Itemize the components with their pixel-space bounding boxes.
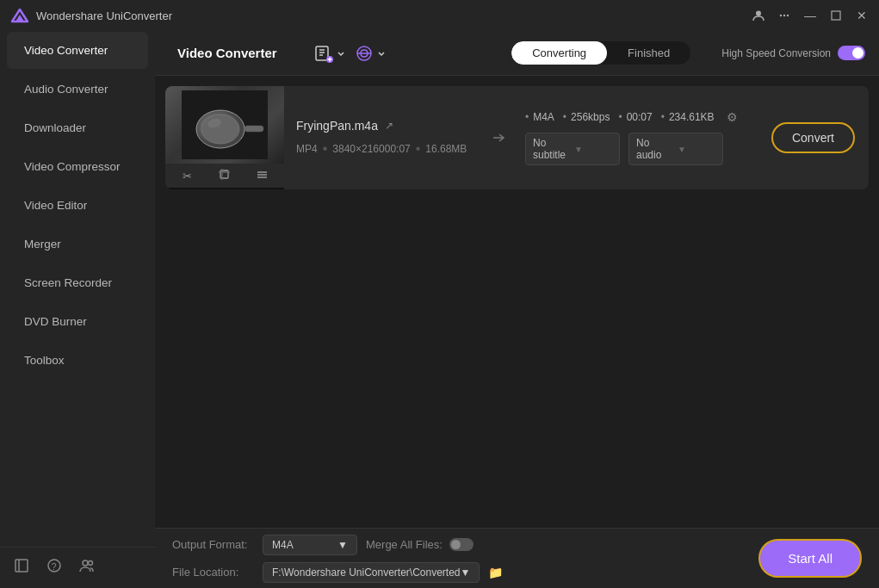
external-link-icon[interactable]: ↗ <box>385 120 393 132</box>
sidebar-item-downloader[interactable]: Downloader <box>7 109 148 146</box>
convert-arrow <box>482 86 517 189</box>
bottom-bar: Output Format: M4A ▼ Merge All Files: Fi… <box>155 528 879 588</box>
svg-point-3 <box>780 15 782 16</box>
file-list: ✂ <box>155 76 879 528</box>
effects-icon[interactable] <box>257 169 268 183</box>
maximize-button[interactable] <box>829 9 843 22</box>
cut-icon[interactable]: ✂ <box>183 170 192 183</box>
sidebar-item-screen-recorder[interactable]: Screen Recorder <box>7 264 148 301</box>
tab-group: Converting Finished <box>511 41 690 65</box>
folder-icon[interactable]: 📁 <box>488 566 503 579</box>
file-location-row: File Location: F:\Wondershare UniConvert… <box>172 562 503 583</box>
audio-select[interactable]: No audio ▼ <box>628 133 723 165</box>
sidebar-bottom: ? <box>0 547 155 588</box>
source-resolution: 3840×2160 <box>332 141 384 157</box>
menu-icon[interactable] <box>777 9 791 22</box>
main-content: Video Converter <box>155 31 879 588</box>
convert-button-wrap: Convert <box>758 86 869 189</box>
svg-point-11 <box>83 560 88 566</box>
file-location-select[interactable]: F:\Wondershare UniConverter\Converted ▼ <box>263 562 480 583</box>
sidebar-item-toolbox[interactable]: Toolbox <box>7 342 148 379</box>
svg-point-12 <box>89 561 93 566</box>
app-logo-icon <box>10 6 29 25</box>
book-icon[interactable] <box>14 558 29 578</box>
app-title: Wondershare UniConverter <box>36 9 172 22</box>
header-tools <box>313 43 386 64</box>
output-dropdowns-row: No subtitle ▼ No audio ▼ <box>525 133 749 165</box>
tab-finished[interactable]: Finished <box>607 41 690 65</box>
bottom-left: Output Format: M4A ▼ Merge All Files: Fi… <box>172 535 503 583</box>
settings-icon[interactable]: ⚙ <box>727 110 738 124</box>
svg-point-25 <box>201 115 239 144</box>
svg-point-2 <box>756 11 761 16</box>
add-file-button[interactable] <box>313 43 345 64</box>
svg-point-5 <box>787 15 789 16</box>
page-title: Video Converter <box>169 46 286 60</box>
add-url-button[interactable] <box>354 43 386 64</box>
sidebar-item-video-converter[interactable]: Video Converter <box>7 32 148 69</box>
high-speed-label: High Speed Conversion <box>721 47 831 59</box>
file-location-label: File Location: <box>172 566 254 579</box>
format-select[interactable]: M4A ▼ <box>263 535 357 555</box>
convert-button[interactable]: Convert <box>771 122 855 153</box>
output-bitrate-tag: • 256kbps <box>563 111 610 123</box>
sidebar: Video Converter Audio Converter Download… <box>0 31 155 588</box>
source-duration: 00:07 <box>385 141 411 157</box>
titlebar-left: Wondershare UniConverter <box>10 6 172 25</box>
output-duration-tag: • 00:07 <box>618 111 652 123</box>
header: Video Converter <box>155 31 879 76</box>
crop-icon[interactable] <box>219 169 230 183</box>
file-thumbnail: ✂ <box>165 86 284 189</box>
merge-label: Merge All Files: <box>366 538 443 551</box>
app-body: Video Converter Audio Converter Download… <box>0 31 879 588</box>
minimize-button[interactable]: — <box>803 9 817 22</box>
sidebar-item-merger[interactable]: Merger <box>7 226 148 263</box>
help-icon[interactable]: ? <box>46 558 62 578</box>
subtitle-select[interactable]: No subtitle ▼ <box>525 133 620 165</box>
svg-point-4 <box>783 15 785 16</box>
output-size-tag: • 234.61KB <box>661 111 715 123</box>
file-name-row: FryingPan.m4a ↗ <box>296 119 470 133</box>
output-format-tag: • M4A <box>525 111 554 123</box>
output-settings: • M4A • 256kbps • 00:07 • <box>517 86 758 189</box>
output-format-label: Output Format: <box>172 538 254 551</box>
svg-rect-24 <box>245 126 263 132</box>
titlebar-controls[interactable]: — ✕ <box>752 9 869 22</box>
source-size: 16.68MB <box>425 141 467 157</box>
output-format-row: • M4A • 256kbps • 00:07 • <box>525 110 749 124</box>
high-speed-section: High Speed Conversion <box>721 46 865 60</box>
svg-rect-6 <box>832 11 840 20</box>
file-name: FryingPan.m4a <box>296 119 378 133</box>
file-meta: MP4 • 3840×2160 00:07 • 16.68MB <box>296 141 470 157</box>
file-info: FryingPan.m4a ↗ MP4 • 3840×2160 00:07 • … <box>284 86 482 189</box>
sidebar-item-video-compressor[interactable]: Video Compressor <box>7 148 148 185</box>
users-icon[interactable] <box>79 558 95 578</box>
sidebar-item-video-editor[interactable]: Video Editor <box>7 187 148 224</box>
high-speed-toggle[interactable] <box>838 46 865 60</box>
thumbnail-image <box>165 86 284 164</box>
close-button[interactable]: ✕ <box>855 9 869 22</box>
source-format: MP4 <box>296 141 318 157</box>
merge-toggle[interactable] <box>449 538 474 551</box>
profile-icon[interactable] <box>752 9 765 22</box>
titlebar: Wondershare UniConverter — ✕ <box>0 0 879 31</box>
thumb-controls: ✂ <box>165 164 284 188</box>
sidebar-item-dvd-burner[interactable]: DVD Burner <box>7 303 148 340</box>
svg-rect-13 <box>316 46 328 60</box>
merge-row: Merge All Files: <box>366 538 474 551</box>
svg-rect-7 <box>15 560 28 572</box>
file-card: ✂ <box>165 86 869 189</box>
tab-converting[interactable]: Converting <box>511 41 607 65</box>
svg-text:?: ? <box>52 561 57 572</box>
sidebar-item-audio-converter[interactable]: Audio Converter <box>7 71 148 108</box>
output-format-row: Output Format: M4A ▼ Merge All Files: <box>172 535 503 555</box>
start-all-button[interactable]: Start All <box>758 539 862 578</box>
